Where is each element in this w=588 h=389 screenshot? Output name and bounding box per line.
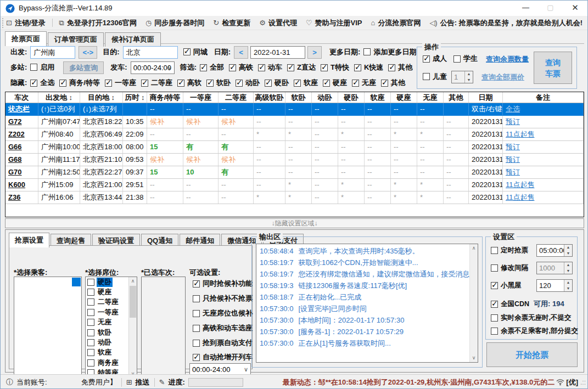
table-cell[interactable]: G68 — [5, 154, 38, 166]
settings-checkbox[interactable]: 实时余票无座时,不提交 — [491, 313, 571, 323]
passengers-listbox[interactable] — [14, 277, 82, 379]
query-all-prices-link[interactable]: 查询全部票价 — [481, 72, 524, 82]
query-tickets-button[interactable]: 查询 车票 — [534, 52, 572, 84]
spin-down-icon[interactable]: ▼ — [465, 77, 473, 83]
toolbar-item[interactable]: ⧉免登录打开12306官网 — [59, 18, 137, 28]
toolbar-item[interactable]: ♡赞助与注册VIP — [306, 18, 362, 28]
table-cell[interactable]: 无座 — [417, 92, 444, 103]
same-city-checkbox[interactable]: 同城 — [183, 47, 208, 57]
table-row[interactable]: G66广州南10:00北京西18:0008:0015有有------------… — [5, 141, 584, 154]
hide-filter-checkbox[interactable]: 无座 — [352, 78, 376, 88]
toolbar-item[interactable]: ◷同步服务器时间 — [145, 18, 204, 28]
date-input[interactable]: 2022-01-31 — [250, 46, 305, 59]
tab-抢票页面[interactable]: 抢票页面 — [5, 31, 47, 46]
table-status-row[interactable]: 状态栏(↑)已选0列(↓)未选7列--------------------双击/… — [5, 103, 584, 116]
spin-down-icon[interactable]: ▼ — [564, 268, 572, 274]
table-cell[interactable]: 二等座 — [219, 92, 254, 103]
table-cell[interactable]: 预订 — [503, 166, 584, 178]
hide-filter-checkbox[interactable]: 硬卧 — [265, 78, 289, 88]
table-cell[interactable]: 车次 — [5, 92, 38, 103]
child-count-stepper[interactable]: 1 ▲▼ — [451, 71, 473, 83]
table-cell[interactable]: Z36 — [5, 191, 38, 204]
table-cell[interactable]: G66 — [5, 141, 38, 153]
settings-checkbox[interactable]: 全国CDN — [491, 300, 529, 309]
hide-filter-checkbox[interactable]: 高软 — [177, 78, 201, 88]
option-checkbox[interactable]: 同时抢候补功能 — [193, 279, 253, 289]
table-row[interactable]: Z36广州16:06北京西13:4421:38------**--*--**--… — [5, 191, 584, 204]
option-checkbox[interactable]: 只抢候补不抢票 — [193, 294, 253, 303]
toolbar-item[interactable]: ◁)公告: 抢票靠的是坚持，放弃就是给别人机会! — [429, 18, 583, 28]
push-label[interactable]: 推送 — [136, 377, 150, 387]
option-checkbox[interactable]: 高铁和动车选座 — [193, 323, 253, 333]
stepper-arrows[interactable]: ▲▼ — [564, 280, 572, 291]
settings-checkbox[interactable]: 余票不足乘客时,部分提交 — [491, 326, 578, 336]
filter-checkbox[interactable]: 其他 — [388, 63, 412, 72]
scroll-up-icon[interactable]: ∧ — [129, 277, 137, 285]
toolbar-item[interactable]: ⚙设置代理 — [259, 18, 297, 28]
hide-filter-checkbox[interactable]: 动卧 — [236, 78, 260, 88]
table-cell[interactable]: G72 — [5, 116, 38, 128]
table-cell[interactable]: 日期 — [469, 92, 503, 103]
filter-checkbox[interactable]: 全部 — [200, 63, 224, 72]
table-cell[interactable]: 出发地 ↕ — [38, 92, 80, 103]
table-cell[interactable]: 预订 — [503, 141, 584, 153]
output-scrollbar[interactable]: ∧ ∨ — [469, 244, 478, 362]
hide-filter-checkbox[interactable]: 硬座 — [323, 78, 347, 88]
filter-checkbox[interactable]: 动车 — [258, 63, 282, 72]
hide-filter-checkbox[interactable]: 软座 — [294, 78, 318, 88]
table-cell[interactable]: 软座 — [365, 92, 391, 103]
table-cell[interactable]: 备注 — [503, 92, 584, 103]
swap-stations-button[interactable]: <-> — [79, 46, 97, 59]
scroll-down-icon[interactable]: ∨ — [470, 354, 478, 362]
tab-抢票设置[interactable]: 抢票设置 — [9, 233, 49, 247]
minimize-icon[interactable]: — — [513, 1, 538, 16]
table-cell[interactable]: 11点起售 — [503, 179, 584, 191]
stepper-arrows[interactable]: ▲▼ — [564, 262, 572, 274]
start-grabbing-button[interactable]: 开始抢票 — [486, 342, 578, 367]
hide-filter-checkbox[interactable]: 软卧 — [206, 78, 231, 88]
settings-checkbox[interactable]: 修改间隔 — [491, 263, 528, 273]
hide-filter-checkbox[interactable]: 一等座 — [105, 78, 136, 88]
output-log[interactable]: ∧ ∨ 10:58:48:4查询完毕，本次查询共用时:435毫秒。10:58:1… — [256, 244, 478, 363]
seat-list-item[interactable]: 商务座 — [86, 358, 128, 368]
filter-checkbox[interactable]: T特快 — [321, 63, 349, 72]
table-cell[interactable]: 其他 — [444, 92, 469, 103]
seat-list-item[interactable]: 一等座 — [86, 307, 128, 317]
table-cell[interactable]: 硬座 — [391, 92, 417, 103]
passenger-scroll-indicator[interactable] — [72, 278, 81, 286]
hide-filter-checkbox[interactable]: 商务/特等 — [59, 78, 100, 88]
selected-trains-listbox[interactable] — [141, 277, 186, 379]
table-cell[interactable]: 11点起售 — [503, 191, 584, 204]
table-cell[interactable]: 目的地 ↕ — [80, 92, 123, 103]
depart-time-select[interactable]: 00:00-24:00∨ — [131, 61, 175, 74]
next-date-button[interactable]: > — [307, 46, 322, 59]
seats-scrollbar[interactable]: ∧ ∨ — [128, 277, 137, 378]
table-cell[interactable]: G70 — [5, 166, 38, 178]
option-checkbox[interactable]: 自动抢增开列车 — [193, 352, 253, 362]
table-row[interactable]: K600广州15:09北京西21:0029:51--------*--*--**… — [5, 179, 584, 191]
seat-list-item[interactable]: 无座 — [86, 318, 128, 328]
table-cell[interactable]: K600 — [5, 179, 38, 191]
table-cell[interactable]: 历时 ↕ — [123, 92, 147, 103]
filter-checkbox[interactable]: Z直达 — [287, 63, 316, 72]
spin-up-icon[interactable]: ▲ — [564, 245, 572, 251]
table-row[interactable]: Z202广州08:40北京西06:4922:09------**--*--**-… — [5, 128, 584, 141]
seat-list-item[interactable]: 硬卧 — [86, 277, 128, 287]
hide-settings-divider-button[interactable]: ↓隐藏设置区域↓ — [5, 218, 584, 228]
multi-enable-checkbox[interactable]: 启用 — [30, 63, 54, 72]
toolbar-item[interactable]: ⊡注销/登录 — [6, 18, 46, 28]
stepper-arrows[interactable]: ▲▼ — [464, 71, 473, 83]
filter-checkbox[interactable]: 高铁 — [229, 63, 253, 72]
tab-订单管理页面[interactable]: 订单管理页面 — [48, 32, 104, 47]
multi-station-query-button[interactable]: 多站查询 — [63, 61, 104, 74]
seat-list-item[interactable]: 软卧 — [86, 328, 128, 337]
table-cell[interactable]: 硬卧 — [338, 92, 365, 103]
table-cell[interactable]: 11点起售 — [503, 128, 584, 140]
option-checkbox[interactable]: 无座席位也候补 — [193, 308, 253, 318]
destination-input[interactable]: 北京 — [123, 46, 178, 59]
scrollbar-thumb[interactable] — [130, 286, 136, 318]
table-row[interactable]: G72广州南07:47北京西18:2210:35候补候补候补----------… — [5, 116, 584, 128]
spin-up-icon[interactable]: ▲ — [465, 71, 473, 77]
scroll-up-icon[interactable]: ∧ — [470, 244, 478, 252]
table-cell[interactable]: Z202 — [5, 128, 38, 140]
